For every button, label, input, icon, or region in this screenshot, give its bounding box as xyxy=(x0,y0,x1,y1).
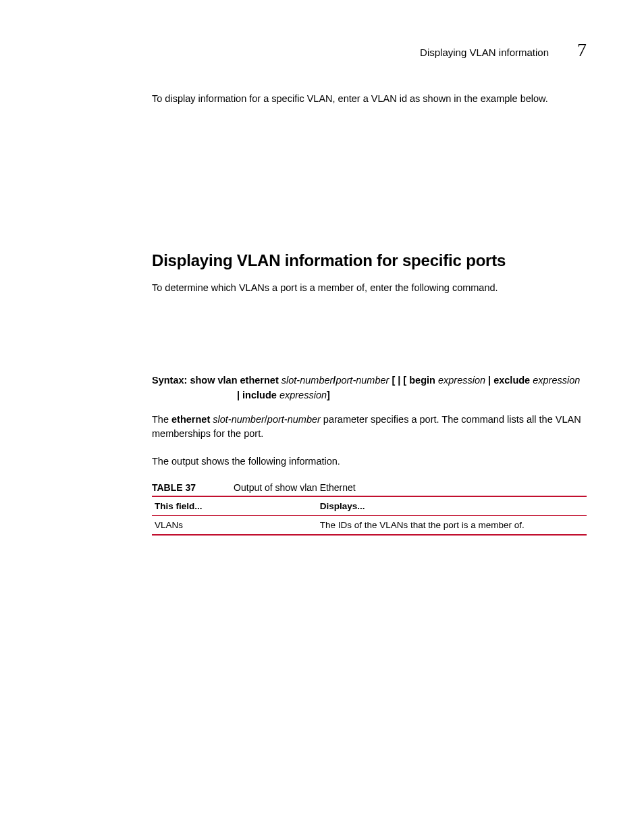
keyword-ethernet: ethernet xyxy=(171,414,210,425)
syntax-arg: slot-number xyxy=(281,375,333,386)
syntax-pipe: | xyxy=(488,375,493,386)
param-port-number: port-number xyxy=(267,414,321,425)
chapter-number: 7 xyxy=(577,41,587,59)
table-row: VLANs The IDs of the VLANs that the port… xyxy=(152,515,587,535)
syntax-keyword: include xyxy=(242,390,277,400)
table-header-cell: Displays... xyxy=(317,496,587,516)
syntax-brackets: [ | [ xyxy=(392,375,409,386)
output-table: This field... Displays... VLANs The IDs … xyxy=(152,496,587,536)
table-caption: TABLE 37 Output of show vlan Ethernet xyxy=(152,482,587,493)
syntax-keyword: begin xyxy=(409,375,435,386)
content-column: To display information for a specific VL… xyxy=(152,92,587,536)
syntax-arg: expression xyxy=(279,390,327,400)
syntax-keyword: exclude xyxy=(493,375,530,386)
spacer xyxy=(152,309,587,373)
section-paragraph-3: The output shows the following informati… xyxy=(152,454,587,469)
table-number: TABLE 37 xyxy=(152,482,196,493)
running-title: Displaying VLAN information xyxy=(420,47,549,58)
syntax-label: Syntax: xyxy=(152,375,187,386)
syntax-pipe: | xyxy=(237,390,242,400)
intro-paragraph: To display information for a specific VL… xyxy=(152,92,587,106)
table-cell: VLANs xyxy=(152,515,317,535)
syntax-command: show vlan ethernet xyxy=(190,375,278,386)
syntax-arg: expression xyxy=(533,375,580,386)
page-header: Displaying VLAN information 7 xyxy=(57,41,587,59)
page: Displaying VLAN information 7 To display… xyxy=(0,0,644,834)
table-header-row: This field... Displays... xyxy=(152,496,587,516)
syntax-arg: expression xyxy=(438,375,485,386)
section-paragraph-2: The ethernet slot-number/port-number par… xyxy=(152,413,587,441)
syntax-block: Syntax: show vlan ethernet slot-number/p… xyxy=(152,373,587,403)
syntax-arg: port-number xyxy=(336,375,389,386)
section-heading: Displaying VLAN information for specific… xyxy=(152,251,587,270)
text: The xyxy=(152,414,171,425)
section-paragraph-1: To determine which VLANs a port is a mem… xyxy=(152,281,587,295)
table-title: Output of show vlan Ethernet xyxy=(234,482,356,493)
syntax-close: ] xyxy=(327,390,330,400)
table-header-cell: This field... xyxy=(152,496,317,516)
param-slot-number: slot-number xyxy=(213,414,265,425)
spacer xyxy=(152,120,587,251)
table-cell: The IDs of the VLANs that the port is a … xyxy=(317,515,587,535)
